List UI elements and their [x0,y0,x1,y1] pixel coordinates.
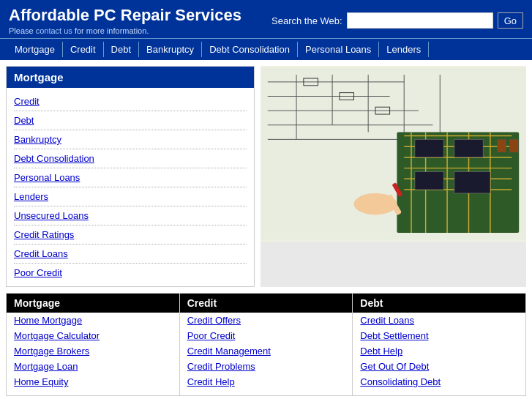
bottom-debt-header: Debt [353,294,525,313]
link-credit-offers[interactable]: Credit Offers [180,313,353,328]
link-debt[interactable]: Debt [14,111,247,130]
link-credit[interactable]: Credit [14,92,247,111]
link-mortgage-loan[interactable]: Mortgage Loan [7,359,179,374]
nav-mortgage[interactable]: Mortgage [7,42,63,57]
header-subtitle: Please contact us for more information. [9,26,241,35]
link-personal-loans[interactable]: Personal Loans [14,168,247,187]
link-poor-credit-bottom[interactable]: Poor Credit [180,328,353,343]
bottom-mortgage-header: Mortgage [7,294,179,313]
nav-credit[interactable]: Credit [63,42,104,57]
svg-rect-28 [415,172,443,190]
link-home-mortgage[interactable]: Home Mortgage [7,313,179,328]
svg-rect-27 [454,139,483,157]
link-bankruptcy[interactable]: Bankruptcy [14,130,247,149]
link-mortgage-calculator[interactable]: Mortgage Calculator [7,328,179,343]
link-mortgage-brokers[interactable]: Mortgage Brokers [7,343,179,359]
circuit-image [261,66,526,287]
link-credit-management[interactable]: Credit Management [180,343,353,359]
main-content: Mortgage Credit Debt Bankruptcy Debt Con… [0,60,532,293]
footer: Find a affordable, PC repairman near you… [0,396,532,399]
link-home-equity[interactable]: Home Equity [7,374,179,389]
link-consolidating-debt[interactable]: Consolidating Debt [353,374,525,389]
svg-rect-29 [454,172,490,193]
navbar: Mortgage Credit Debt Bankruptcy Debt Con… [0,38,532,60]
link-lenders[interactable]: Lenders [14,187,247,206]
link-unsecured-loans[interactable]: Unsecured Loans [14,206,247,225]
nav-debt-consolidation[interactable]: Debt Consolidation [202,42,298,57]
nav-personal-loans[interactable]: Personal Loans [298,42,379,57]
svg-rect-31 [509,139,518,152]
left-panel-header: Mortgage [7,67,254,88]
site-title: Affordable PC Repair Services [9,6,241,25]
bottom-mortgage: Mortgage Home Mortgage Mortgage Calculat… [7,294,180,395]
search-button[interactable]: Go [498,12,523,29]
left-panel-links: Credit Debt Bankruptcy Debt Consolidatio… [7,88,254,286]
bottom-sections: Mortgage Home Mortgage Mortgage Calculat… [6,293,526,396]
bottom-credit: Credit Credit Offers Poor Credit Credit … [180,294,353,395]
search-area: Search the Web: Go [271,12,523,29]
search-label: Search the Web: [271,15,342,26]
link-credit-ratings[interactable]: Credit Ratings [14,225,247,245]
link-credit-help[interactable]: Credit Help [180,374,353,389]
link-poor-credit[interactable]: Poor Credit [14,264,247,282]
link-debt-help[interactable]: Debt Help [353,343,525,359]
circuit-svg [261,66,526,242]
svg-rect-30 [498,139,506,152]
nav-lenders[interactable]: Lenders [379,42,429,57]
link-credit-problems[interactable]: Credit Problems [180,359,353,374]
nav-bankruptcy[interactable]: Bankruptcy [139,42,202,57]
link-debt-settlement[interactable]: Debt Settlement [353,328,525,343]
left-panel: Mortgage Credit Debt Bankruptcy Debt Con… [6,66,255,287]
header: Affordable PC Repair Services Please con… [0,0,532,38]
link-credit-loans[interactable]: Credit Loans [14,245,247,264]
search-input[interactable] [347,12,493,29]
link-credit-loans-bottom[interactable]: Credit Loans [353,313,525,328]
bottom-credit-header: Credit [180,294,353,313]
bottom-debt: Debt Credit Loans Debt Settlement Debt H… [353,294,525,395]
header-left: Affordable PC Repair Services Please con… [9,6,241,35]
contact-link[interactable]: contact us [36,26,72,35]
link-get-out-of-debt[interactable]: Get Out Of Debt [353,359,525,374]
nav-debt[interactable]: Debt [104,42,139,57]
link-debt-consolidation[interactable]: Debt Consolidation [14,149,247,168]
svg-rect-26 [415,139,443,157]
